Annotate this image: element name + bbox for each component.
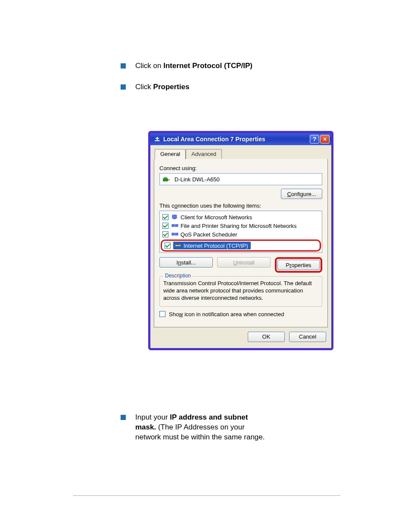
item-buttons-row: Install... Uninstall Properties (159, 257, 322, 273)
svg-rect-8 (172, 224, 174, 227)
network-icon (154, 136, 161, 143)
properties-dialog: Local Area Connection 7 Properties ? × G… (148, 131, 333, 350)
tab-panel-general: Connect using: D-Link DWL-A650 Configure… (154, 159, 328, 327)
tab-advanced[interactable]: Advanced (186, 149, 222, 159)
help-button[interactable]: ? (310, 135, 319, 143)
protocol-icon (174, 242, 182, 249)
svg-rect-5 (164, 177, 167, 178)
item-label: File and Printer Sharing for Microsoft N… (181, 223, 296, 229)
properties-button[interactable]: Properties (277, 260, 320, 270)
show-icon-label: Show icon in notification area when conn… (169, 311, 284, 317)
instructions-bottom: Input your IP address and subnet mask. (… (121, 413, 267, 454)
connect-using-label: Connect using: (159, 165, 322, 171)
client-icon (171, 214, 179, 221)
configure-button[interactable]: Configure... (281, 189, 322, 199)
svg-rect-7 (173, 218, 176, 219)
service-icon (171, 231, 179, 238)
highlight-properties-outline: Properties (275, 257, 322, 273)
bullet-text: Click on Internet Protocol (TCP/IP) (135, 61, 252, 71)
device-field: D-Link DWL-A650 (159, 173, 322, 185)
uninstall-button: Uninstall (217, 257, 271, 268)
bullet-item: Click Properties (121, 82, 267, 92)
title-bar[interactable]: Local Area Connection 7 Properties ? × (150, 133, 331, 145)
square-bullet-icon (121, 415, 126, 420)
bullet-text: Input your IP address and subnet mask. (… (135, 413, 267, 442)
item-label: Client for Microsoft Networks (181, 214, 252, 221)
install-button[interactable]: Install... (159, 257, 213, 268)
svg-point-15 (179, 245, 181, 246)
square-bullet-icon (121, 63, 126, 68)
service-icon (171, 222, 179, 229)
items-listbox[interactable]: Client for Microsoft Networks File and P… (159, 211, 322, 253)
svg-rect-9 (175, 224, 178, 227)
item-label: QoS Packet Scheduler (181, 231, 237, 238)
list-item[interactable]: QoS Packet Scheduler (162, 230, 320, 239)
svg-rect-6 (172, 215, 177, 218)
description-legend: Description (163, 273, 193, 279)
footer-rule (73, 495, 340, 496)
list-item[interactable]: Client for Microsoft Networks (162, 213, 320, 221)
checkbox-icon[interactable] (159, 311, 165, 317)
close-button[interactable]: × (320, 135, 330, 143)
square-bullet-icon (121, 84, 126, 90)
svg-rect-12 (175, 233, 178, 235)
bullet-text: Click Properties (135, 82, 190, 92)
ok-button[interactable]: OK (248, 332, 285, 342)
item-label: Internet Protocol (TCP/IP) (184, 243, 248, 249)
instructions-top: Click on Internet Protocol (TCP/IP) Clic… (121, 61, 267, 103)
svg-point-14 (175, 245, 177, 246)
checkbox-icon[interactable] (162, 231, 168, 237)
bullet-item: Input your IP address and subnet mask. (… (121, 413, 267, 442)
checkbox-icon[interactable] (165, 243, 171, 249)
adapter-icon (162, 176, 170, 182)
description-group: Description Transmission Control Protoco… (159, 276, 322, 307)
tab-strip: General Advanced (154, 148, 328, 159)
device-name: D-Link DWL-A650 (174, 176, 220, 183)
list-item-selected[interactable]: Internet Protocol (TCP/IP) (164, 242, 252, 249)
tab-general[interactable]: General (155, 149, 186, 159)
svg-rect-11 (172, 233, 174, 235)
dialog-buttons: OK Cancel (154, 327, 328, 344)
svg-rect-0 (155, 140, 160, 141)
checkbox-icon[interactable] (162, 223, 168, 229)
description-text: Transmission Control Protocol/Internet P… (163, 280, 318, 302)
bullet-item: Click on Internet Protocol (TCP/IP) (121, 61, 267, 71)
list-item[interactable]: File and Printer Sharing for Microsoft N… (162, 221, 320, 230)
svg-rect-3 (163, 178, 168, 181)
svg-rect-4 (168, 179, 170, 180)
highlight-item-outline: Internet Protocol (TCP/IP) (161, 240, 321, 252)
show-icon-row[interactable]: Show icon in notification area when conn… (159, 311, 322, 317)
items-label: This connection uses the following items… (159, 202, 322, 209)
dialog-title: Local Area Connection 7 Properties (163, 136, 309, 143)
checkbox-icon[interactable] (162, 214, 168, 220)
cancel-button[interactable]: Cancel (289, 332, 326, 342)
